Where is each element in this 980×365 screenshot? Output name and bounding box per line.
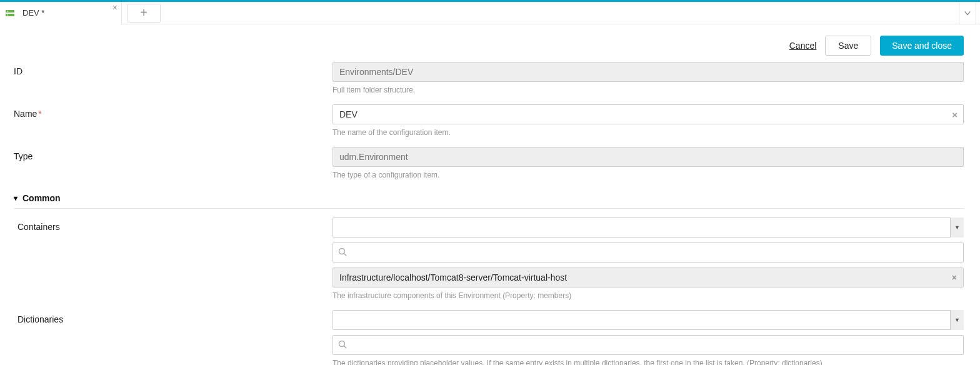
section-header-common[interactable]: ▾ Common bbox=[14, 189, 964, 209]
svg-point-6 bbox=[339, 341, 345, 347]
dictionaries-search-input[interactable] bbox=[332, 335, 964, 355]
field-row-containers: Containers ▼ Infrastructure/localhost/To… bbox=[14, 218, 964, 300]
cancel-link[interactable]: Cancel bbox=[789, 41, 817, 51]
field-row-id: ID Full item folder structure. bbox=[14, 62, 964, 94]
remove-icon[interactable]: × bbox=[952, 272, 957, 282]
id-help: Full item folder structure. bbox=[332, 86, 964, 94]
tabs-dropdown-button[interactable] bbox=[959, 2, 976, 24]
add-tab-button[interactable]: + bbox=[127, 4, 161, 22]
chevron-down-icon bbox=[963, 9, 972, 18]
svg-line-5 bbox=[344, 254, 347, 256]
tab-title: DEV * bbox=[22, 8, 44, 18]
search-icon bbox=[338, 340, 347, 351]
environment-icon bbox=[5, 8, 19, 18]
container-chip-label: Infrastructure/localhost/Tomcat8-server/… bbox=[339, 272, 567, 282]
type-input bbox=[332, 147, 964, 167]
tab-bar: ⋮⋮ DEV * × + bbox=[0, 2, 980, 24]
save-and-close-button[interactable]: Save and close bbox=[880, 36, 964, 56]
save-button[interactable]: Save bbox=[825, 36, 871, 56]
field-row-type: Type The type of a configuration item. bbox=[14, 147, 964, 179]
clear-icon[interactable]: × bbox=[952, 109, 958, 120]
svg-rect-3 bbox=[7, 14, 8, 15]
id-input bbox=[332, 62, 964, 82]
svg-line-7 bbox=[344, 346, 347, 349]
containers-select[interactable] bbox=[332, 218, 964, 238]
containers-search-input[interactable] bbox=[332, 242, 964, 262]
field-row-dictionaries: Dictionaries ▼ The dictionaries providin… bbox=[14, 310, 964, 365]
svg-rect-2 bbox=[7, 11, 8, 11]
chevron-down-icon: ▾ bbox=[14, 194, 18, 202]
type-help: The type of a configuration item. bbox=[332, 171, 964, 179]
type-label: Type bbox=[14, 147, 332, 161]
name-label: Name* bbox=[14, 104, 332, 119]
required-indicator: * bbox=[38, 109, 41, 119]
name-input[interactable] bbox=[332, 104, 964, 124]
name-help: The name of the configuration item. bbox=[332, 128, 964, 137]
field-row-name: Name* × The name of the configuration it… bbox=[14, 104, 964, 137]
svg-point-4 bbox=[339, 249, 345, 254]
containers-help: The infrastructure components of this En… bbox=[332, 291, 964, 300]
containers-label: Containers bbox=[14, 218, 332, 232]
container-chip: Infrastructure/localhost/Tomcat8-server/… bbox=[332, 268, 964, 288]
config-form: ID Full item folder structure. Name* × T… bbox=[0, 62, 980, 365]
dictionaries-label: Dictionaries bbox=[14, 310, 332, 324]
action-bar: Cancel Save Save and close bbox=[0, 24, 980, 62]
tab-active[interactable]: DEV * × bbox=[0, 2, 122, 24]
search-icon bbox=[338, 248, 347, 259]
close-icon[interactable]: × bbox=[112, 3, 118, 12]
id-label: ID bbox=[14, 62, 332, 76]
dictionaries-help: The dictionaries providing placeholder v… bbox=[332, 359, 964, 365]
dictionaries-select[interactable] bbox=[332, 310, 964, 330]
